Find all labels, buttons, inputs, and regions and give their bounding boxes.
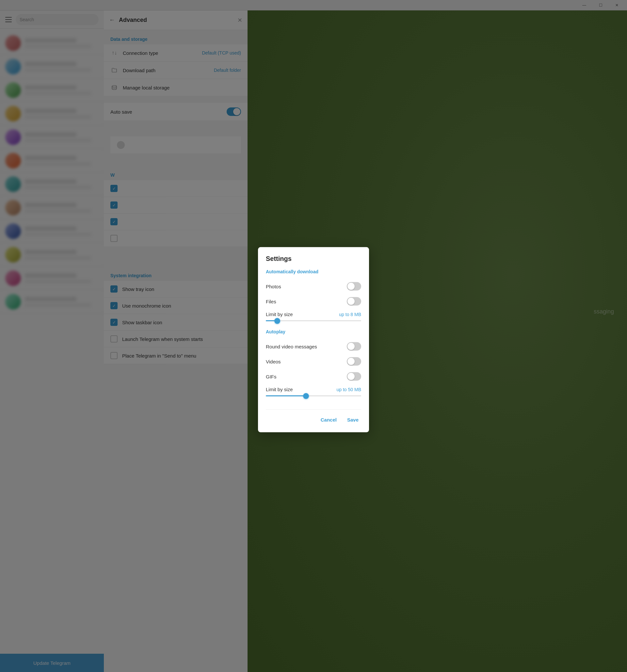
round-video-toggle[interactable] <box>347 342 361 351</box>
autoplay-slider-track[interactable] <box>266 395 361 397</box>
round-video-row[interactable]: Round video messages <box>266 339 361 354</box>
settings-modal: Settings Automatically download Photos F… <box>258 247 369 432</box>
gifs-label: GIFs <box>266 374 276 379</box>
download-limit-value: up to 8 MB <box>339 312 361 317</box>
autoplay-section-label: Autoplay <box>266 329 361 334</box>
round-video-label: Round video messages <box>266 343 317 349</box>
videos-label: Videos <box>266 359 281 364</box>
modal-title: Settings <box>266 255 361 263</box>
videos-toggle[interactable] <box>347 357 361 366</box>
photos-toggle[interactable] <box>347 282 361 291</box>
gifs-row[interactable]: GIFs <box>266 369 361 384</box>
files-toggle[interactable] <box>347 297 361 306</box>
videos-row[interactable]: Videos <box>266 354 361 369</box>
modal-overlay: Settings Automatically download Photos F… <box>0 0 627 672</box>
autoplay-limit-row: Limit by size up to 50 MB <box>266 384 361 403</box>
auto-download-section-label: Automatically download <box>266 269 361 274</box>
gifs-toggle[interactable] <box>347 372 361 381</box>
cancel-button[interactable]: Cancel <box>318 415 339 425</box>
download-slider-track[interactable] <box>266 320 361 321</box>
autoplay-slider-fill <box>266 395 306 397</box>
download-limit-label: Limit by size <box>266 312 293 317</box>
save-button[interactable]: Save <box>344 415 361 425</box>
files-row[interactable]: Files <box>266 294 361 309</box>
download-limit-row: Limit by size up to 8 MB <box>266 309 361 328</box>
autoplay-limit-label: Limit by size <box>266 387 293 392</box>
photos-row[interactable]: Photos <box>266 279 361 294</box>
photos-label: Photos <box>266 283 281 289</box>
modal-actions: Cancel Save <box>266 409 361 425</box>
autoplay-limit-value: up to 50 MB <box>337 387 362 392</box>
autoplay-slider-thumb[interactable] <box>303 393 309 399</box>
download-slider-thumb[interactable] <box>274 318 280 323</box>
files-label: Files <box>266 298 276 304</box>
